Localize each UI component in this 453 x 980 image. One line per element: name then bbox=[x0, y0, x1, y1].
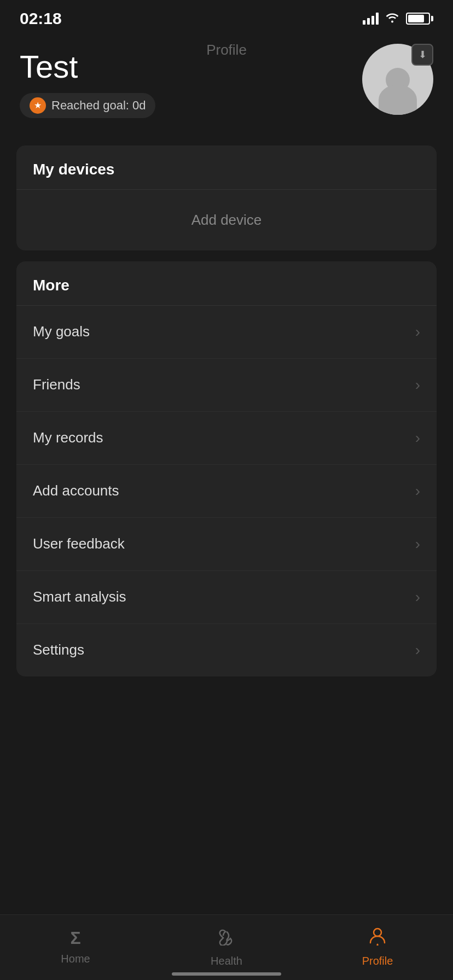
health-tab-label: Health bbox=[211, 955, 242, 967]
avatar-figure bbox=[379, 66, 417, 115]
more-title: More bbox=[16, 261, 437, 306]
tab-bar: Σ Home Health Profile bbox=[0, 914, 453, 980]
menu-item-friends-label: Friends bbox=[33, 376, 80, 393]
menu-item-user-feedback-label: User feedback bbox=[33, 535, 125, 552]
menu-item-add-accounts-label: Add accounts bbox=[33, 482, 119, 499]
menu-item-my-goals[interactable]: My goals › bbox=[16, 306, 437, 359]
home-tab-icon: Σ bbox=[70, 928, 80, 948]
profile-tab-icon bbox=[368, 926, 387, 950]
battery-icon bbox=[406, 13, 433, 25]
chevron-right-icon: › bbox=[415, 376, 420, 394]
my-devices-title: My devices bbox=[16, 145, 437, 190]
my-devices-content: Add device bbox=[16, 190, 437, 250]
menu-item-friends[interactable]: Friends › bbox=[16, 359, 437, 412]
more-section: More My goals › Friends › My records › A… bbox=[16, 261, 437, 676]
tab-home[interactable]: Σ Home bbox=[0, 919, 151, 965]
page-title: Profile bbox=[206, 42, 247, 59]
status-bar: 02:18 bbox=[0, 0, 453, 33]
home-indicator bbox=[172, 972, 281, 976]
status-icons bbox=[363, 11, 433, 26]
chevron-right-icon: › bbox=[415, 429, 420, 447]
profile-tab-label: Profile bbox=[362, 955, 393, 967]
wifi-icon bbox=[385, 11, 399, 26]
menu-item-smart-analysis[interactable]: Smart analysis › bbox=[16, 571, 437, 624]
tab-health[interactable]: Health bbox=[151, 917, 302, 967]
edit-icon[interactable]: ⬇ bbox=[411, 44, 433, 66]
menu-item-my-records[interactable]: My records › bbox=[16, 412, 437, 465]
menu-item-my-records-label: My records bbox=[33, 429, 103, 446]
chevron-right-icon: › bbox=[415, 588, 420, 606]
my-devices-section: My devices Add device bbox=[16, 145, 437, 250]
header-left: Profile Test ★ Reached goal: 0d bbox=[20, 38, 362, 118]
home-tab-label: Home bbox=[61, 953, 90, 965]
menu-item-settings[interactable]: Settings › bbox=[16, 624, 437, 676]
menu-item-smart-analysis-label: Smart analysis bbox=[33, 588, 126, 605]
goal-badge: ★ Reached goal: 0d bbox=[20, 93, 155, 118]
user-name: Test bbox=[20, 49, 362, 84]
menu-item-my-goals-label: My goals bbox=[33, 323, 90, 340]
health-tab-icon bbox=[217, 926, 236, 950]
status-time: 02:18 bbox=[20, 9, 62, 28]
signal-icon bbox=[363, 13, 379, 25]
goal-text: Reached goal: 0d bbox=[51, 98, 146, 113]
chevron-right-icon: › bbox=[415, 535, 420, 553]
avatar-body bbox=[379, 85, 417, 115]
svg-point-0 bbox=[374, 929, 381, 936]
tab-profile[interactable]: Profile bbox=[302, 917, 453, 967]
chevron-right-icon: › bbox=[415, 482, 420, 500]
add-device-button[interactable]: Add device bbox=[33, 206, 420, 234]
avatar-container[interactable]: ⬇ bbox=[362, 44, 433, 115]
menu-item-user-feedback[interactable]: User feedback › bbox=[16, 518, 437, 571]
menu-item-add-accounts[interactable]: Add accounts › bbox=[16, 465, 437, 518]
chevron-right-icon: › bbox=[415, 323, 420, 341]
header: Profile Test ★ Reached goal: 0d ⬇ bbox=[0, 33, 453, 135]
menu-item-settings-label: Settings bbox=[33, 641, 84, 658]
chevron-right-icon: › bbox=[415, 641, 420, 659]
goal-star-icon: ★ bbox=[30, 97, 46, 114]
